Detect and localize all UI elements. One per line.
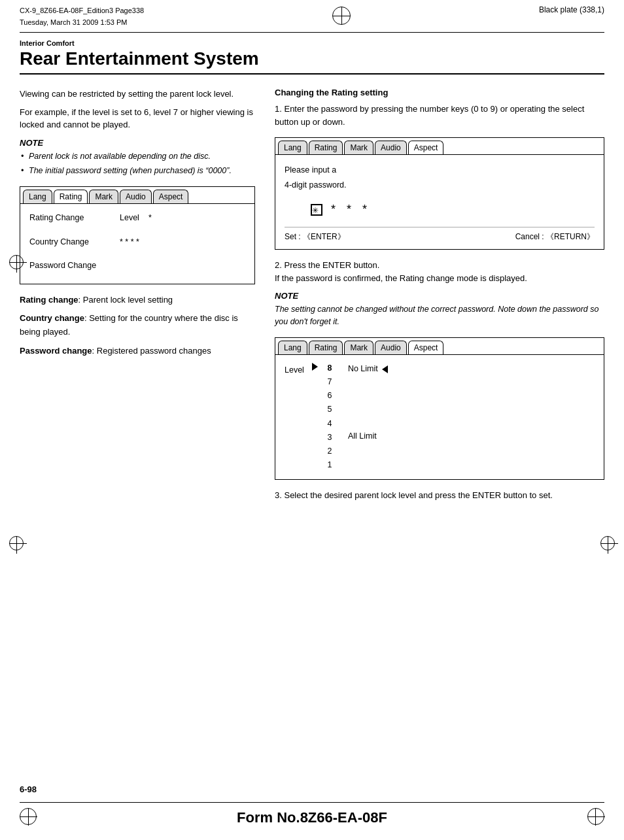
pwd-footer-set: Set : 《ENTER》 (285, 230, 345, 244)
intro-text2: For example, if the level is set to 6, l… (20, 106, 255, 131)
rating-change-label: Rating Change (29, 210, 114, 226)
step-1: 1. Enter the password by pressing the nu… (275, 103, 604, 128)
menu-row-3: Password Change (29, 258, 245, 273)
right-column: Changing the Rating setting 1. Enter the… (275, 88, 604, 508)
header-right: Black plate (338,1) (539, 5, 604, 14)
password-change-label: Password Change (29, 258, 114, 273)
level-num-6: 6 (327, 389, 332, 403)
level-num-2: 2 (327, 445, 332, 458)
menu-box-2: Lang Rating Mark Audio Aspect Please inp… (275, 137, 604, 250)
level-num-5: 5 (327, 403, 332, 416)
tab-mark-2[interactable]: Mark (344, 141, 373, 154)
desc-password: Password change: Registered password cha… (20, 344, 255, 358)
tab-lang-3[interactable]: Lang (278, 341, 307, 354)
step1-num: 1. (275, 104, 282, 114)
level-num-3: 3 (327, 431, 332, 445)
step3-text: Select the desired parent lock level and… (284, 490, 552, 500)
country-change-value: * * * * (120, 235, 139, 250)
page-number: 6-98 (20, 784, 37, 794)
level-menu-content: Level 8 7 6 5 4 3 2 1 (275, 355, 604, 479)
pwd-asterisk-box: ✳ (311, 204, 322, 216)
menu-tabs-1: Lang Rating Mark Audio Aspect (20, 187, 254, 204)
menu-box-3: Lang Rating Mark Audio Aspect Level 8 7 … (275, 337, 604, 480)
menu-content-1: Rating Change Level * Country Change * *… (20, 204, 254, 284)
footer-right-circle (587, 808, 604, 827)
header-crosshair (332, 7, 351, 27)
section-label: Interior Comfort (20, 39, 604, 47)
menu-tabs-2: Lang Rating Mark Audio Aspect (275, 138, 604, 155)
desc-country: Country change: Setting for the country … (20, 312, 255, 339)
section-title: Rear Entertainment System (20, 48, 604, 75)
level-num-1: 1 (327, 458, 332, 472)
level-num-8: 8 (327, 361, 332, 375)
step2-num: 2. (275, 260, 282, 270)
level-label: Level (285, 363, 304, 378)
tab-aspect-3[interactable]: Aspect (408, 341, 444, 354)
tab-audio-1[interactable]: Audio (120, 190, 152, 203)
form-number: Form No.8Z66-EA-08F (237, 809, 387, 826)
note-title: NOTE (20, 138, 255, 148)
rating-level-label: Level (120, 210, 139, 226)
subsection-title: Changing the Rating setting (275, 88, 604, 97)
pwd-footer-bar: Set : 《ENTER》 Cancel : 《RETURN》 (285, 227, 595, 247)
pwd-text-2: 4-digit password. (285, 178, 595, 193)
tab-rating-3[interactable]: Rating (309, 341, 343, 354)
menu-tabs-3: Lang Rating Mark Audio Aspect (275, 338, 604, 355)
menu-row-2: Country Change * * * * (29, 235, 245, 250)
pwd-star-3: * (362, 203, 370, 216)
note2-text: The setting cannot be changed without th… (275, 303, 604, 328)
header-left: CX-9_8Z66-EA-08F_Edition3 Page338 Tuesda… (20, 5, 144, 28)
tab-mark-3[interactable]: Mark (344, 341, 373, 354)
desc-rating-text: : Parent lock level setting (78, 295, 173, 305)
tab-audio-2[interactable]: Audio (375, 141, 407, 154)
desc-country-bold: Country change (20, 313, 84, 323)
tab-aspect-1[interactable]: Aspect (153, 190, 189, 203)
tab-aspect-2[interactable]: Aspect (408, 141, 444, 154)
password-menu-content: Please input a 4-digit password. ✳ * * *… (275, 155, 604, 249)
intro-text: Viewing can be restricted by setting the… (20, 88, 255, 101)
desc-rating-bold: Rating change (20, 295, 78, 305)
level-arrow-left (382, 365, 388, 373)
pwd-star-1: * (331, 203, 338, 216)
note-item-2: The initial password setting (when purch… (20, 165, 255, 177)
tab-lang-1[interactable]: Lang (23, 190, 52, 203)
all-limit-label: All Limit (348, 431, 377, 441)
step1-text: Enter the password by pressing the numbe… (275, 104, 584, 127)
tab-rating-2[interactable]: Rating (309, 141, 343, 154)
tab-audio-3[interactable]: Audio (375, 341, 407, 354)
step2-text: Press the ENTER button. If the password … (275, 260, 527, 283)
tab-lang-2[interactable]: Lang (278, 141, 307, 154)
desc-password-bold: Password change (20, 346, 92, 356)
note-item-1: Parent lock is not available depending o… (20, 150, 255, 163)
country-change-label: Country Change (29, 235, 114, 250)
no-limit-label: No Limit (348, 361, 378, 377)
level-arrow-right (312, 363, 318, 371)
level-num-4: 4 (327, 417, 332, 431)
step-3: 3. Select the desired parent lock level … (275, 489, 604, 502)
menu-row-1: Rating Change Level * (29, 210, 245, 226)
pwd-text-1: Please input a (285, 163, 595, 178)
menu-box-1: Lang Rating Mark Audio Aspect Rating Cha… (20, 186, 255, 284)
level-num-7: 7 (327, 375, 332, 389)
pwd-footer-cancel: Cancel : 《RETURN》 (515, 230, 595, 244)
step3-num: 3. (275, 490, 282, 500)
tab-rating-1[interactable]: Rating (54, 190, 88, 203)
footer-left-circle (20, 808, 37, 827)
pwd-star-2: * (347, 203, 354, 216)
tab-mark-1[interactable]: Mark (89, 190, 118, 203)
note2-title: NOTE (275, 291, 604, 301)
rating-level-value: * (148, 210, 152, 226)
desc-rating: Rating change: Parent lock level setting (20, 294, 255, 307)
step-2: 2. Press the ENTER button. If the passwo… (275, 259, 604, 284)
desc-password-text: : Registered password changes (92, 346, 211, 356)
pwd-stars-display: ✳ * * * (311, 199, 595, 220)
